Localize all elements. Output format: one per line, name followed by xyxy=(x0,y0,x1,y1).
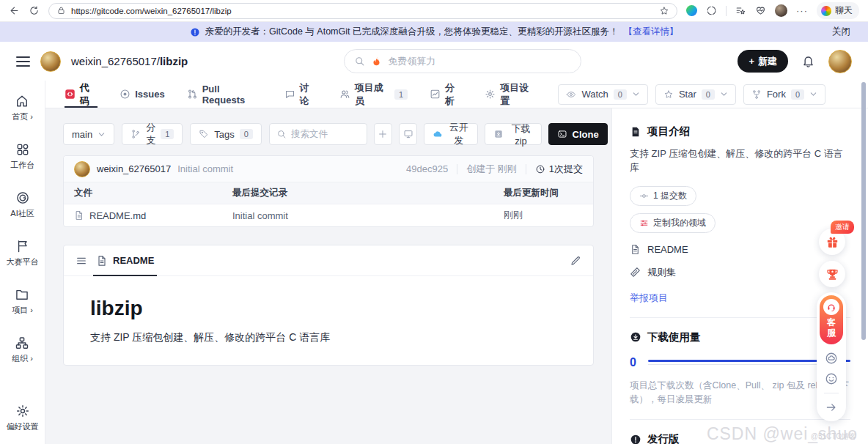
edit-pencil-icon[interactable] xyxy=(570,255,581,267)
latest-commit-row[interactable]: weixin_62765017 Initial commit 49dec925 … xyxy=(64,156,593,182)
folder-icon xyxy=(15,287,29,302)
code-icon xyxy=(65,89,76,100)
collapse-arrow-icon[interactable] xyxy=(825,401,838,414)
scrollbar[interactable] xyxy=(861,82,866,340)
add-file-button[interactable] xyxy=(374,123,392,145)
site-info-icon[interactable] xyxy=(56,6,66,15)
extension-logo-icon[interactable] xyxy=(686,5,697,16)
workbench-icon xyxy=(15,142,30,157)
global-search-input[interactable] xyxy=(388,56,571,67)
star-icon xyxy=(663,89,674,100)
repo-tab-bar: 代码 Issues Pull Requests 讨论 项目成员 1 分析 xyxy=(45,81,868,108)
url-text[interactable]: https://gitcode.com/weixin_62765017/libz… xyxy=(71,7,654,15)
watch-button[interactable]: Watch 0 xyxy=(558,84,647,105)
sidebar-item-preferences[interactable]: 偏好设置 xyxy=(7,404,39,432)
table-row[interactable]: README.md Initial commit 刚刚 xyxy=(64,204,593,226)
copilot-chat-label: 聊天 xyxy=(835,4,853,17)
menu-icon[interactable] xyxy=(16,56,30,67)
global-search[interactable] xyxy=(344,49,581,73)
commit-message[interactable]: Initial commit xyxy=(177,163,233,174)
browser-profile-avatar[interactable] xyxy=(775,4,787,17)
repo-owner[interactable]: weixin_62765017 xyxy=(71,55,157,67)
user-avatar[interactable] xyxy=(828,50,852,73)
tab-members[interactable]: 项目成员 1 xyxy=(339,81,408,108)
tags-count-badge: 0 xyxy=(240,129,253,139)
col-file: 文件 xyxy=(74,187,232,199)
readme-link[interactable]: README xyxy=(630,244,850,255)
chevron-down-icon xyxy=(98,130,106,138)
sidebar-item-projects[interactable]: 项目 › xyxy=(12,287,33,316)
settings-gear-icon xyxy=(485,89,496,100)
chevron-down-icon xyxy=(809,90,817,98)
tab-code[interactable]: 代码 xyxy=(65,81,98,108)
tab-discussions[interactable]: 讨论 xyxy=(284,81,317,108)
invite-badge[interactable]: 邀请 xyxy=(831,221,854,234)
sidebar-item-ai-community[interactable]: AI社区 xyxy=(10,190,34,219)
extension-circle-icon[interactable] xyxy=(706,5,717,16)
watch-count-badge: 0 xyxy=(614,89,627,100)
clock-icon xyxy=(535,164,545,174)
outline-menu-icon[interactable] xyxy=(76,255,87,267)
file-search-input[interactable] xyxy=(291,129,360,139)
bookmark-star-icon[interactable] xyxy=(659,6,669,16)
repo-breadcrumb[interactable]: weixin_62765017/libzip xyxy=(71,55,188,67)
file-search[interactable] xyxy=(269,123,367,145)
branch-icon xyxy=(130,129,141,139)
banner-close-button[interactable]: 关闭 xyxy=(832,26,850,38)
notifications-bell-icon[interactable] xyxy=(801,54,815,68)
banner-detail-link[interactable]: 【查看详情】 xyxy=(623,26,678,38)
tab-issues[interactable]: Issues xyxy=(119,81,164,108)
sidebar-item-organizations[interactable]: 组织 › xyxy=(12,336,33,364)
clone-button[interactable]: Clone xyxy=(548,123,608,145)
file-table-header: 文件 最后提交记录 最后更新时间 xyxy=(64,182,593,204)
ruleset-link[interactable]: 规则集 xyxy=(630,266,850,279)
customize-domain-pill[interactable]: 定制我的领域 xyxy=(630,213,716,233)
commit-author-avatar[interactable] xyxy=(74,161,90,177)
about-section-title: 项目介绍 xyxy=(630,125,850,138)
cloud-dev-button[interactable]: 云开发 xyxy=(424,123,478,145)
browser-extensions: ··· 聊天 xyxy=(686,2,859,19)
fork-count-badge: 0 xyxy=(791,89,804,100)
feedback-smiley-icon[interactable] xyxy=(825,372,838,385)
gift-icon xyxy=(825,235,839,249)
browser-more-icon[interactable]: ··· xyxy=(796,5,808,16)
star-button[interactable]: Star 0 xyxy=(655,84,736,105)
file-browser-card: weixin_62765017 Initial commit 49dec925 … xyxy=(63,155,594,227)
repo-owner-avatar[interactable] xyxy=(40,51,61,72)
tags-button[interactable]: Tags 0 xyxy=(190,123,262,145)
copilot-chat-button[interactable]: 聊天 xyxy=(817,2,859,19)
sidebar-item-workbench[interactable]: 工作台 xyxy=(10,142,34,171)
address-bar[interactable]: https://gitcode.com/weixin_62765017/libz… xyxy=(48,3,677,19)
branches-button[interactable]: 分支 1 xyxy=(122,123,183,145)
favorites-icon[interactable] xyxy=(735,5,746,16)
cloud-assistant-icon[interactable] xyxy=(825,352,838,365)
watch-icon xyxy=(566,89,576,100)
branch-selector[interactable]: main xyxy=(63,123,114,145)
readme-content: libzip 支持 ZIP 压缩包创建、解压、修改的跨平台 C 语言库 xyxy=(64,276,593,365)
fork-button[interactable]: Fork 0 xyxy=(743,84,825,105)
tab-analytics[interactable]: 分析 xyxy=(430,81,463,108)
trophy-fab-button[interactable] xyxy=(819,261,845,287)
repo-name[interactable]: libzip xyxy=(160,55,188,67)
browser-health-icon[interactable] xyxy=(755,5,766,16)
commit-count[interactable]: 1次提交 xyxy=(535,163,583,176)
file-icon xyxy=(96,255,108,267)
file-name[interactable]: README.md xyxy=(89,210,146,221)
file-commit[interactable]: Initial commit xyxy=(232,210,504,221)
customer-service-button[interactable]: 客服 xyxy=(820,295,843,344)
commit-hash[interactable]: 49dec925 xyxy=(406,163,448,174)
readme-tab[interactable]: README xyxy=(96,245,154,275)
web-ide-button[interactable] xyxy=(399,123,417,145)
commit-created: 创建于 刚刚 xyxy=(466,163,517,176)
browser-back-icon[interactable] xyxy=(9,5,20,16)
commits-count-pill[interactable]: 1 提交数 xyxy=(630,186,696,206)
browser-reload-icon[interactable] xyxy=(29,5,40,16)
file-updated: 刚刚 xyxy=(504,209,583,222)
tab-settings[interactable]: 项目设置 xyxy=(485,81,536,108)
download-zip-button[interactable]: 下载zip xyxy=(485,123,541,145)
sidebar-item-home[interactable]: 首页 › xyxy=(12,94,33,122)
new-button[interactable]: +新建 xyxy=(738,50,788,73)
tab-pull-requests[interactable]: Pull Requests xyxy=(187,81,262,108)
sidebar-item-competition[interactable]: 大赛平台 xyxy=(7,239,39,267)
commit-author[interactable]: weixin_62765017 xyxy=(97,163,171,174)
